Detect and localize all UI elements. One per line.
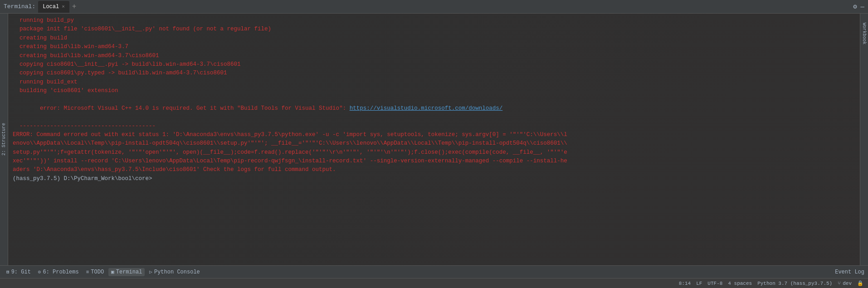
branch-name: dev <box>843 281 852 286</box>
tab-close-icon[interactable]: × <box>62 4 65 10</box>
terminal-line-4: creating build\lib.win-amd64-3.7 <box>13 43 855 51</box>
tab-bar-actions: ⚙ — <box>853 3 864 10</box>
line-ending[interactable]: LF <box>696 280 702 286</box>
minimize-icon[interactable]: — <box>861 3 864 10</box>
terminal-line-3: creating build <box>13 34 855 43</box>
structure-panel-label[interactable]: 2: Structure <box>1 123 6 156</box>
terminal-line-2: package init file 'ciso8601\__init__.py'… <box>13 25 855 34</box>
terminal-label: Terminal: <box>4 3 35 10</box>
lock-icon: 🔒 <box>857 280 863 286</box>
terminal-line-13: enovo\\AppData\\Local\\Temp\\pip-install… <box>13 139 855 148</box>
terminal-body: 2: Structure running build_py package in… <box>0 14 868 265</box>
bottom-toolbar: ⊞ 9: Git ⊙ 6: Problems ≡ TODO ▣ Terminal… <box>0 265 868 278</box>
problems-toolbar-item[interactable]: ⊙ 6: Problems <box>35 268 82 276</box>
python-console-label: Python Console <box>154 269 200 275</box>
tab-add-button[interactable]: + <box>72 3 77 11</box>
encoding[interactable]: UTF-8 <box>707 280 722 286</box>
branch-icon: ⑂ <box>838 281 841 286</box>
git-branch-item[interactable]: ⑂ dev <box>838 280 852 286</box>
python-version[interactable]: Python 3.7 (hass_py3.7.5) <box>757 280 832 286</box>
problems-icon: ⊙ <box>38 269 41 275</box>
python-console-icon: ▷ <box>149 269 152 275</box>
terminal-toolbar-item[interactable]: ▣ Terminal <box>108 268 145 276</box>
event-log-button[interactable]: Event Log <box>835 269 864 275</box>
todo-toolbar-item[interactable]: ≡ TODO <box>83 268 107 276</box>
terminal-tab-label: Terminal <box>116 269 142 275</box>
cursor-position[interactable]: 8:14 <box>679 280 691 286</box>
git-toolbar-item[interactable]: ⊞ 9: Git <box>4 268 34 276</box>
terminal-line-5: creating build\lib.win-amd64-3.7\ciso860… <box>13 52 855 60</box>
terminal-line-8: running build_ext <box>13 78 855 87</box>
workbook-panel-label[interactable]: Workbook <box>862 23 867 44</box>
terminal-line-15: xec'"'"'))' install --record 'C:\Users\l… <box>13 157 855 166</box>
terminal-line-12: ERROR: Command errored out with exit sta… <box>13 131 855 139</box>
status-bar-right: 8:14 LF UTF-8 4 spaces Python 3.7 (hass_… <box>679 280 863 286</box>
tab-local-label: Local <box>43 4 59 10</box>
visual-studio-link[interactable]: https://visualstudio.microsoft.com/downl… <box>350 105 503 112</box>
python-console-toolbar-item[interactable]: ▷ Python Console <box>146 268 202 276</box>
terminal-line-11: ---------------------------------------- <box>13 122 855 131</box>
terminal-line-1: running build_py <box>13 16 855 25</box>
terminal-line-10: error: Microsoft Visual C++ 14.0 is requ… <box>13 95 855 122</box>
terminal-content[interactable]: running build_py package init file 'ciso… <box>8 14 860 265</box>
right-side-panel[interactable]: Workbook <box>860 14 868 265</box>
left-side-panel[interactable]: 2: Structure <box>0 14 8 265</box>
problems-label: 6: Problems <box>43 269 78 275</box>
git-label: 9: Git <box>11 269 31 275</box>
todo-label: TODO <box>91 269 104 275</box>
indent[interactable]: 4 spaces <box>728 280 752 286</box>
terminal-line-7: copying ciso8601\py.typed -> build\lib.w… <box>13 69 855 78</box>
settings-icon[interactable]: ⚙ <box>853 3 857 10</box>
toolbar-right: Event Log <box>835 269 864 275</box>
terminal-line-14: setup.py'"'"';f=getattr(tokenize, '"'"'o… <box>13 148 855 157</box>
terminal-line-9: building 'ciso8601' extension <box>13 87 855 95</box>
terminal-icon: ▣ <box>111 269 114 275</box>
error-text-before: error: Microsoft Visual C++ 14.0 is requ… <box>33 105 350 112</box>
git-icon: ⊞ <box>6 269 10 275</box>
tab-local[interactable]: Local × <box>38 1 69 13</box>
tab-bar: Terminal: Local × + ⚙ — <box>0 0 868 14</box>
terminal-line-6: copying ciso8601\__init__.pyi -> build\l… <box>13 60 855 69</box>
status-bar: 8:14 LF UTF-8 4 spaces Python 3.7 (hass_… <box>0 278 868 288</box>
todo-icon: ≡ <box>86 269 89 275</box>
terminal-prompt[interactable]: (hass_py3.7.5) D:\PyCharm_Work\bool\core… <box>13 175 855 183</box>
terminal-line-16: aders 'D:\Anaconda3\envs\hass_py3.7.5\In… <box>13 166 855 174</box>
